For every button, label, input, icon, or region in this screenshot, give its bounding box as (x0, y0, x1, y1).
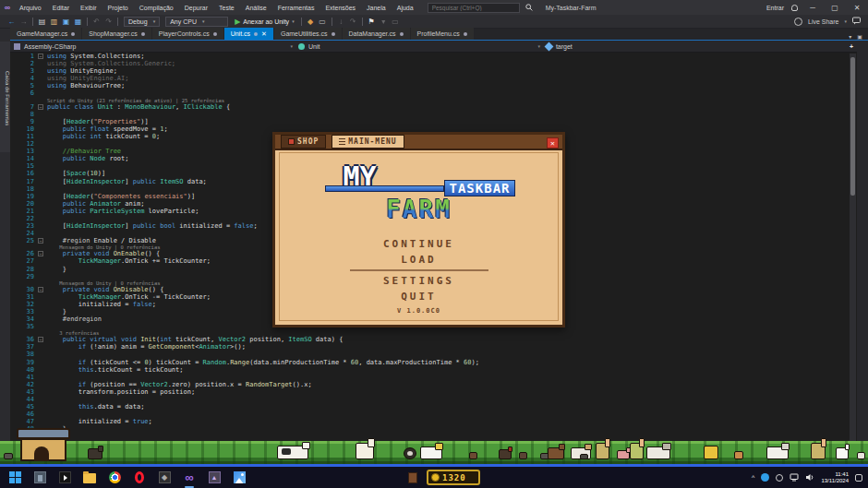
save-icon[interactable]: ▣ (60, 17, 72, 27)
toolbox-collapsed-tab[interactable]: Caixa de Ferramentas (0, 42, 10, 152)
code-line[interactable]: 49 (10, 434, 848, 441)
maximize-button[interactable]: ▢ (827, 4, 842, 12)
menu-extensoes[interactable]: Extensões (320, 3, 360, 13)
tab-playercontrolscs[interactable]: PlayerControls.cs (152, 28, 223, 40)
platform-dropdown[interactable]: Any CPU▾ (165, 17, 228, 27)
menu-compilacao[interactable]: Compilação (135, 3, 178, 13)
editor-scrollbar[interactable] (850, 54, 856, 459)
gallery-app-icon[interactable] (232, 470, 247, 485)
game-tab-main-menu[interactable]: MAIN-MENU (332, 135, 404, 149)
menu-arquivo[interactable]: Arquivo (15, 3, 46, 13)
code-line[interactable]: 9 [Header("Properties")] (10, 118, 848, 125)
coin-counter[interactable]: 1320 (427, 470, 480, 485)
code-line[interactable]: 2using System.Collections.Generic; (10, 60, 848, 67)
minimize-button[interactable]: ─ (805, 4, 820, 12)
tray-chevron-icon[interactable]: ^ (752, 474, 754, 481)
notification-icon[interactable] (855, 474, 862, 482)
tab-datamanagercs[interactable]: DataManager.cs (343, 28, 410, 40)
split-add-icon[interactable]: + (850, 43, 857, 50)
float-window-icon[interactable]: ▣ (857, 33, 862, 40)
code-line[interactable]: 41 (10, 374, 848, 381)
menu-teste[interactable]: Teste (214, 3, 239, 13)
sheep-sprite[interactable] (766, 446, 789, 459)
undo-icon[interactable]: ↶ (90, 17, 102, 27)
code-line[interactable]: 36− public virtual void Init(int tickCou… (10, 336, 848, 343)
code-line[interactable]: 6 (10, 89, 848, 97)
close-button[interactable]: ✕ (850, 4, 864, 12)
code-line[interactable]: 47 initialized = true; (10, 418, 848, 425)
member-dropdown[interactable]: target (546, 43, 573, 50)
menu-continue[interactable]: CONTINUE (280, 238, 558, 250)
search-input[interactable] (428, 3, 520, 13)
farmer-sprite[interactable] (811, 443, 826, 459)
chick-sprite[interactable] (469, 452, 477, 459)
menu-projeto[interactable]: Projeto (103, 3, 133, 13)
hot-reload-icon[interactable]: ◆ (305, 17, 317, 27)
volume-icon[interactable] (805, 473, 814, 482)
farmer-sprite[interactable] (596, 443, 609, 459)
chick-sprite[interactable] (857, 452, 865, 459)
doghouse-sprite[interactable] (17, 428, 70, 461)
menu-ferramentas[interactable]: Ferramentas (273, 3, 319, 13)
code-line[interactable]: 38 (10, 351, 848, 358)
nav-forward-icon[interactable]: → (18, 17, 30, 27)
game-tab-shop[interactable]: SHOP (281, 135, 326, 149)
menu-editar[interactable]: Editar (48, 3, 74, 13)
dark-app-icon[interactable]: ◆ (157, 470, 172, 485)
menu-quit[interactable]: QUIT (280, 291, 558, 303)
start-button[interactable] (7, 470, 22, 485)
code-line[interactable]: 39 if (tickCount <= 0) tickCount = Rando… (10, 359, 848, 366)
photos-app-icon[interactable] (32, 470, 47, 485)
code-line[interactable]: 37 if (!anim) anim = GetComponent<Animat… (10, 343, 848, 351)
menu-ajuda[interactable]: Ajuda (392, 3, 418, 13)
code-line[interactable]: 42 if (position == Vector2.zero) positio… (10, 381, 848, 388)
code-line[interactable]: 4using UnityEngine.AI; (10, 75, 848, 82)
class-dropdown[interactable]: Unit (298, 43, 319, 50)
code-line[interactable]: 43 transform.position = position; (10, 388, 848, 396)
menu-analise[interactable]: Análise (241, 3, 271, 13)
sign-in-label[interactable]: Entrar (766, 5, 784, 11)
tab-gameutilitiescs[interactable]: GameUtilities.cs (274, 28, 342, 40)
tab-list-icon[interactable]: ▾ (849, 33, 851, 40)
step-over-icon[interactable]: ↷ (347, 17, 359, 27)
user-avatar-icon[interactable] (791, 5, 798, 11)
code-line[interactable]: 1−using System.Collections; (10, 53, 848, 60)
feedback-icon[interactable] (852, 17, 861, 26)
save-all-icon[interactable]: ▦ (72, 17, 84, 27)
step-into-icon[interactable]: ↓ (335, 17, 347, 27)
clock[interactable]: 11:41 13/11/2024 (821, 471, 849, 484)
network-icon[interactable] (790, 473, 799, 482)
code-line[interactable]: 46 (10, 411, 848, 418)
farmer-sprite[interactable] (630, 443, 644, 459)
open-file-icon[interactable]: ▥ (48, 17, 60, 27)
chick-sprite[interactable] (734, 451, 743, 459)
code-line[interactable]: 5using BehaviourTree; (10, 82, 848, 89)
menu-load[interactable]: LOAD (280, 254, 558, 266)
rabbit-sprite[interactable] (836, 447, 849, 459)
opera-icon[interactable] (132, 470, 147, 485)
cursor-app-icon[interactable] (57, 470, 72, 485)
attach-to-unity-button[interactable]: ▶Anexar ao Unity▾ (235, 18, 294, 26)
extra-tool-2-icon[interactable]: ▭ (390, 17, 402, 27)
tab-unitcs[interactable]: Unit.cs✕ (224, 28, 273, 40)
code-line[interactable]: 44 (10, 396, 848, 403)
redo-icon[interactable]: ↷ (102, 17, 115, 27)
purple-app-icon[interactable]: ▲ (207, 470, 222, 485)
code-line[interactable]: 45 this.data = data; (10, 403, 848, 411)
tab-gamemanagercs[interactable]: GameManager.cs (10, 28, 81, 40)
tab-shopmanagercs[interactable]: ShopManager.cs (82, 28, 151, 40)
taskbar-crate-icon[interactable] (408, 472, 417, 483)
search-icon[interactable] (525, 4, 533, 12)
cow-sprite[interactable] (277, 446, 308, 459)
llama-sprite[interactable] (356, 443, 374, 459)
hen-sprite[interactable] (499, 449, 512, 459)
pig-sprite[interactable] (617, 450, 630, 459)
code-line[interactable]: 7−public class Unit : MonoBehaviour, ICl… (10, 103, 848, 111)
menu-exibir[interactable]: Exibir (76, 3, 102, 13)
code-line[interactable]: 3using UnityEngine; (10, 67, 848, 75)
tray-ring-icon[interactable] (776, 474, 783, 482)
nav-back-icon[interactable]: ← (6, 17, 18, 27)
menu-depurar[interactable]: Depurar (180, 3, 212, 13)
menu-janela[interactable]: Janela (362, 3, 391, 13)
code-line[interactable]: 40 this.tickCount = tickCount; (10, 366, 848, 374)
